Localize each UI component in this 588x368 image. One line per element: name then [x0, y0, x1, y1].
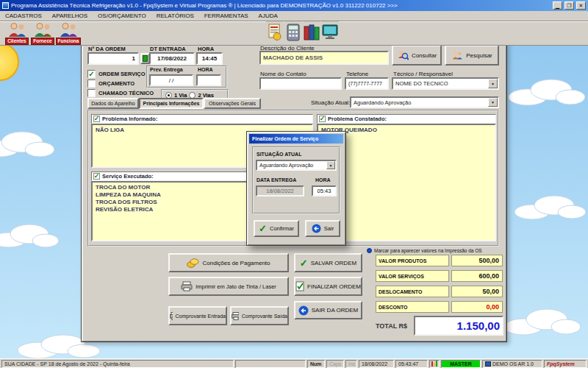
minimize-button[interactable]: ▁	[553, 1, 562, 10]
client-input[interactable]: MACHADO DE ASSIS	[259, 51, 389, 65]
finalizar-ordem-button[interactable]: FINALIZAR ORDEM	[294, 277, 362, 296]
toolbar-button-payments[interactable]	[266, 21, 284, 43]
toolbar-button-funcionarios[interactable]: Funciona	[56, 22, 81, 45]
close-button[interactable]: ✕	[576, 1, 586, 10]
printer-icon	[181, 281, 193, 291]
menu-item-ajuda[interactable]: AJUDA	[254, 13, 283, 19]
salvar-ordem-button[interactable]: ✓ SALVAR ORDEM	[294, 253, 362, 272]
contact-input[interactable]	[259, 77, 342, 90]
toolbar-button-calculator[interactable]	[284, 21, 302, 43]
confirmar-button[interactable]: ✓ Confirmar	[254, 220, 299, 237]
check-icon: ✓	[94, 116, 100, 122]
condicoes-pagamento-label: Condições de Pagamento	[202, 260, 270, 266]
comprovante-saida-button[interactable]: Comprovante Saída	[230, 306, 289, 325]
toolbar-button-clientes[interactable]: Clientes	[4, 22, 29, 45]
orcamento-checkbox[interactable]	[87, 79, 96, 88]
phone-input[interactable]: (77)7777-7777	[345, 77, 389, 90]
sair-da-ordem-button[interactable]: SAIR DA ORDEM	[294, 301, 362, 319]
situacao-dropdown[interactable]: Aguardando Aprovação ▼	[350, 96, 499, 108]
status-brand: FpqSystem	[544, 360, 587, 368]
dialog-sair-button[interactable]: Sair	[305, 220, 340, 237]
menu-item-relatorios[interactable]: RELATÓRIOS	[151, 13, 199, 19]
problema-informado-checkbox[interactable]: ✓	[93, 116, 100, 122]
cloud-graphic	[506, 75, 587, 107]
toolbar-button-system[interactable]	[321, 21, 339, 43]
menu-item-aparelhos[interactable]: APARELHOS	[47, 13, 93, 19]
entry-date-input[interactable]: 17/08/2022	[149, 52, 195, 65]
suppliers-icon	[32, 22, 53, 38]
dialog-title: Finalizar Ordem de Serviço	[252, 136, 318, 141]
prev-hora-input[interactable]	[196, 74, 221, 86]
meter-bar-yellow	[434, 363, 435, 367]
dialog-data-entrega-input[interactable]: 18/08/2022	[256, 185, 304, 197]
tab-principais-informacoes[interactable]: Principais Informações	[139, 98, 204, 109]
imprimir-button[interactable]: Imprimir em Jato de Tinta / Laser	[168, 277, 289, 296]
print-values-label: Marcar para aparecer valores na Impressã…	[374, 248, 482, 253]
problema-constatado-header: ✓ Problema Constatado:	[317, 114, 496, 124]
cloud-graphic	[0, 128, 59, 159]
deslocamento-value[interactable]: 50,00	[451, 286, 503, 297]
finalizar-ordem-label: FINALIZAR ORDEM	[307, 283, 361, 290]
calculator-icon	[286, 24, 301, 41]
condicoes-pagamento-button[interactable]: Condições de Pagamento	[168, 253, 289, 272]
valor-servicos-value[interactable]: 600,00	[451, 270, 503, 282]
chamado-tecnico-label: CHAMADO TÉCNICO	[98, 90, 154, 96]
prev-entrega-input[interactable]: / /	[149, 74, 193, 86]
problema-constatado-checkbox[interactable]: ✓	[319, 116, 326, 122]
entry-time-label: HORA	[198, 46, 214, 52]
total-value: 1.150,00	[414, 316, 503, 336]
order-number-input[interactable]: 1	[87, 52, 139, 65]
green-square-icon	[143, 55, 148, 62]
deslocamento-label: DESLOCAMENTO	[376, 286, 449, 297]
tab-observacoes-gerais[interactable]: Observações Gerais	[204, 98, 261, 109]
situacao-value: Aguardando Aprovação	[354, 99, 411, 106]
desconto-value[interactable]: 0,00	[451, 301, 503, 313]
valor-produtos-label: VALOR PRODUTOS	[376, 255, 449, 266]
desconto-label: DESCONTO	[376, 301, 449, 313]
ordem-servico-checkbox[interactable]: ✓	[87, 70, 96, 78]
chevron-down-icon[interactable]: ▼	[488, 98, 498, 107]
menu-item-ferramentas[interactable]: FERRAMENTAS	[199, 13, 254, 19]
books-icon	[303, 24, 320, 41]
total-label: TOTAL R$	[376, 322, 407, 330]
app-titlebar: Programa Assistência Técnica Refrigeraçã…	[0, 0, 588, 11]
check-icon: ✓	[88, 71, 94, 78]
maximize-button[interactable]: ❐	[564, 1, 574, 10]
dialog-situacao-value: Aguardando Aprovação	[259, 163, 313, 168]
chevron-down-icon[interactable]: ▼	[326, 161, 335, 169]
check-icon: ✓	[300, 258, 308, 268]
comprovante-entrada-button[interactable]: Comprovante Entrada	[168, 306, 227, 325]
toolbar-button-reports[interactable]	[303, 21, 320, 43]
finalizar-dialog: Finalizar Ordem de Serviço SITUAÇÃO ATUA…	[246, 131, 346, 246]
receipt-money-icon	[267, 24, 283, 41]
situacao-label: Situação Atual:	[311, 99, 350, 106]
phone-label: Telefone	[346, 71, 368, 77]
meter-bar-green	[436, 361, 437, 367]
valor-produtos-value[interactable]: 500,00	[451, 255, 503, 266]
people-icon	[451, 50, 463, 60]
consultar-button[interactable]: Consultar	[392, 45, 442, 66]
desktop: Programa Assistência Técnica Refrigeraçã…	[0, 0, 588, 368]
dialog-situacao-label: SITUAÇÃO ATUAL	[257, 152, 301, 157]
cloud-graphic	[501, 305, 582, 337]
chevron-down-icon[interactable]: ▼	[488, 79, 498, 88]
status-ins: Ins	[345, 360, 357, 368]
menu-item-cadastros[interactable]: CADASTROS	[0, 13, 47, 19]
meter-bar-red	[431, 361, 433, 367]
pesquisar-label: Pesquisar	[466, 52, 492, 59]
status-caps: Caps	[326, 360, 344, 368]
tab-dados-do-aparelho[interactable]: Dados do Aparelho	[87, 98, 139, 109]
technician-dropdown[interactable]: NOME DO TECNICO ▼	[392, 77, 499, 90]
menu-item-os-orcamento[interactable]: OS/ORÇAMENTO	[93, 13, 151, 19]
check-icon: ✓	[94, 173, 100, 180]
dialog-hora-input[interactable]: 05:43	[312, 185, 337, 197]
pesquisar-button[interactable]: Pesquisar	[445, 45, 499, 66]
dialog-situacao-dropdown[interactable]: Aguardando Aprovação ▼	[256, 160, 337, 171]
print-values-option[interactable]: Marcar para aparecer valores na Impressã…	[367, 248, 482, 253]
toolbar-button-fornecedores[interactable]: Fornece	[30, 22, 55, 45]
menu-bar: CADASTROS APARELHOS OS/ORÇAMENTO RELATÓR…	[0, 11, 588, 21]
entry-time-input[interactable]: 14:45	[196, 52, 223, 65]
servico-executado-checkbox[interactable]: ✓	[93, 173, 100, 180]
document-check-icon	[295, 281, 304, 291]
chamado-tecnico-checkbox[interactable]	[87, 89, 96, 97]
